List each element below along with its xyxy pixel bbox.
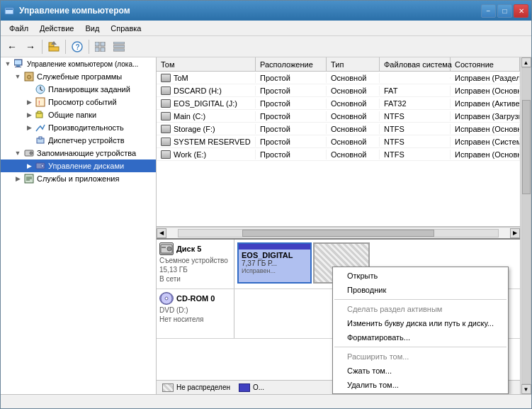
menu-bar: Файл Действие Вид Справка [1, 21, 531, 36]
svg-rect-10 [95, 42, 99, 46]
th-rasp[interactable]: Расположение [256, 57, 327, 71]
tree-expand-perf[interactable]: ▶ [23, 122, 35, 133]
ctx-open[interactable]: Открыть [333, 269, 508, 283]
menu-action[interactable]: Действие [34, 23, 79, 34]
svg-rect-31 [39, 137, 42, 139]
perf-label: Производительность [48, 123, 124, 132]
cdrom-info: CD-ROM 0 DVD (D:) Нет носителя [157, 289, 234, 338]
tree-item-scheduler[interactable]: ▶ Планировщик заданий [1, 83, 156, 96]
view-btn-2[interactable] [111, 38, 128, 55]
vscroll-thumb[interactable] [522, 100, 531, 195]
menu-view[interactable]: Вид [79, 23, 105, 34]
tree-item-svcapp[interactable]: ▶ Службы и приложения [1, 172, 156, 185]
scroll-down-button[interactable]: ▼ [521, 384, 531, 394]
td-fs-3: NTFS [380, 111, 451, 121]
horizontal-scrollbar[interactable]: ◀ ▶ [157, 227, 520, 238]
table-row[interactable]: DSCARD (H:) Простой Основной FAT Исправе… [157, 84, 520, 97]
back-button[interactable]: ← [4, 38, 21, 55]
scroll-right-button[interactable]: ▶ [510, 228, 520, 238]
ctx-format[interactable]: Форматировать... [333, 330, 508, 344]
tree-expand-events[interactable]: ▶ [23, 96, 35, 108]
tree-expand-devmgr[interactable]: ▶ [23, 135, 35, 146]
td-tip-5: Основной [327, 137, 380, 147]
disk-icon-0 [161, 74, 171, 82]
storage-icon [23, 147, 35, 159]
tree-expand-scheduler[interactable]: ▶ [23, 84, 35, 95]
scrollbar-track[interactable] [178, 229, 499, 237]
tree-item-shares[interactable]: ▶ Общие папки [1, 108, 156, 121]
td-tip-3: Основной [327, 111, 380, 121]
vertical-scrollbar[interactable]: ▲ ▼ [520, 57, 531, 394]
ctx-explorer[interactable]: Проводник [333, 283, 508, 297]
table-row[interactable]: Main (C:) Простой Основной NTFS Исправен… [157, 110, 520, 123]
td-rasp-5: Простой [256, 137, 327, 147]
table-row[interactable]: ToM Простой Основной Исправен (Раздел в.… [157, 72, 520, 84]
tree-expand-svcapp[interactable]: ▶ [12, 173, 23, 184]
forward-button[interactable]: → [22, 38, 39, 55]
menu-help[interactable]: Справка [105, 23, 147, 34]
scheduler-icon [35, 84, 46, 95]
disk5-type: Съемное устройство [159, 257, 231, 264]
services-icon: ⚙ [23, 71, 35, 82]
vscroll-track[interactable] [521, 67, 531, 384]
toolbar-sep-1 [42, 40, 43, 54]
tree-item-services[interactable]: ▼ ⚙ Служебные программы [1, 70, 156, 83]
scheduler-label: Планировщик заданий [48, 85, 130, 94]
tree-expand-diskmgmt[interactable]: ▶ [23, 160, 35, 172]
disk-icon-6 [161, 150, 171, 159]
td-fs-4: NTFS [380, 124, 451, 134]
tree-item-diskmgmt[interactable]: ▶ Управление дисками [1, 159, 156, 172]
td-tom-1: DSCARD (H:) [157, 86, 256, 96]
ctx-delete[interactable]: Удалить том... [333, 378, 508, 392]
tree-root[interactable]: ▼ Управление компьютером (лока... [1, 57, 156, 70]
tree-item-storage[interactable]: ▼ Запоминающие устройства [1, 147, 156, 159]
tree-expand-shares[interactable]: ▶ [23, 109, 35, 121]
td-rasp-0: Простой [256, 73, 327, 83]
eos-size: 7,37 ГБ Р... [242, 259, 307, 267]
tree-item-perf[interactable]: ▶ Производительность [1, 121, 156, 134]
tree-expand-services[interactable]: ▼ [12, 71, 23, 82]
svg-text:⚙: ⚙ [26, 74, 32, 81]
ctx-sep-2 [334, 347, 506, 347]
tree-expand-storage[interactable]: ▼ [12, 147, 23, 159]
tree-item-devmgr[interactable]: ▶ Диспетчер устройств [1, 134, 156, 147]
table-row[interactable]: SYSTEM RESERVED Простой Основной NTFS Ис… [157, 135, 520, 148]
svg-rect-20 [15, 67, 21, 67]
th-fs[interactable]: Файловая система [380, 57, 451, 71]
up-button[interactable] [45, 38, 62, 55]
help-button[interactable]: ? [69, 38, 86, 55]
table-row[interactable]: Storage (F:) Простой Основной NTFS Испра… [157, 123, 520, 135]
th-state[interactable]: Состояние [451, 57, 520, 71]
table-row[interactable]: EOS_DIGITAL (J:) Простой Основной FAT32 … [157, 97, 520, 110]
td-state-1: Исправен (Основно... [451, 86, 520, 96]
tree-item-events[interactable]: ▶ ! Просмотр событий [1, 96, 156, 108]
ctx-letter[interactable]: Изменить букву диска или путь к диску... [333, 316, 508, 330]
table-row[interactable]: Work (E:) Простой Основной NTFS Исправен… [157, 148, 520, 161]
cdrom-name: CD-ROM 0 [159, 292, 231, 305]
scroll-left-button[interactable]: ◀ [157, 228, 166, 238]
maximize-button[interactable]: □ [497, 4, 512, 18]
view-btn-1[interactable] [92, 38, 109, 55]
svg-rect-26 [36, 98, 45, 106]
ctx-sep-1 [334, 299, 506, 300]
disk5-icon [159, 242, 174, 255]
disk-icon-3 [161, 112, 171, 121]
toolbar-sep-2 [65, 40, 66, 54]
td-fs-1: FAT [380, 86, 451, 96]
svg-point-33 [30, 152, 33, 155]
cdrom-icon [159, 292, 174, 305]
partition-eos[interactable]: EOS_DIGITAL 7,37 ГБ Р... Исправен... [237, 242, 312, 284]
th-tip[interactable]: Тип [327, 57, 380, 71]
perf-icon [35, 122, 46, 133]
disk5-name: Диск 5 [159, 242, 231, 255]
title-bar: Управление компьютером − □ ✕ [1, 1, 531, 21]
tree-expand-root[interactable]: ▼ [2, 58, 13, 69]
scrollbar-thumb[interactable] [242, 230, 434, 237]
disk5-network: В сети [159, 275, 231, 283]
close-button[interactable]: ✕ [514, 4, 528, 18]
ctx-shrink[interactable]: Сжать том... [333, 364, 508, 378]
scroll-up-button[interactable]: ▲ [521, 57, 531, 67]
th-tom[interactable]: Том [157, 57, 256, 71]
menu-file[interactable]: Файл [4, 23, 34, 34]
minimize-button[interactable]: − [481, 4, 496, 18]
